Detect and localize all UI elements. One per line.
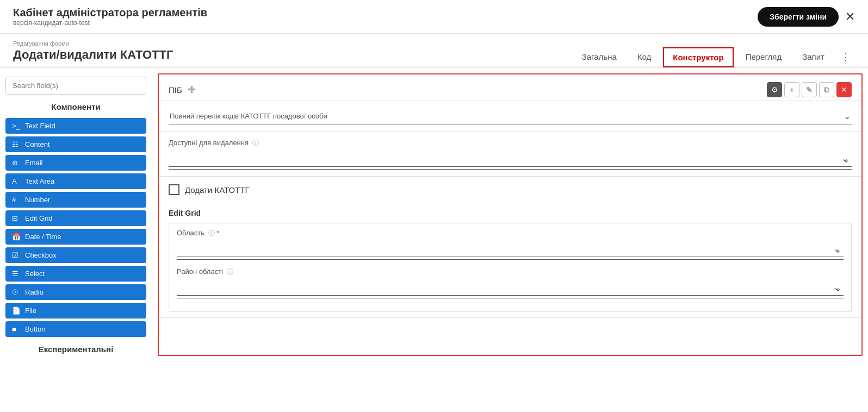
email-icon: ⊕: [12, 159, 21, 167]
component-number[interactable]: # Number: [5, 192, 146, 208]
full-list-section: Повний перелік кодів КАТОТТГ посадової о…: [159, 101, 861, 132]
oblast-field-label: Область ⓘ *: [177, 229, 844, 238]
oblast-required: *: [216, 229, 219, 237]
rayon-select-wrapper: ⌄: [177, 280, 844, 296]
select-label: Select: [25, 270, 45, 278]
full-list-field[interactable]: Повний перелік кодів КАТОТТГ посадової о…: [169, 108, 852, 125]
pib-actions: ⚙ + ✎ ⧉ ✕: [767, 82, 852, 97]
rayon-label-text: Район області: [177, 267, 223, 276]
select-icon: ☰: [12, 270, 21, 278]
form-edit-info: Редагування форми Додати/видалити КАТОТТ…: [13, 40, 173, 67]
add-katottg-row: Додати КАТОТТГ: [159, 177, 861, 203]
number-label: Number: [25, 196, 50, 204]
component-checkbox[interactable]: ☑ Checkbox: [5, 247, 146, 263]
search-input[interactable]: [5, 77, 146, 95]
full-list-label: Повний перелік кодів КАТОТТГ посадової о…: [170, 112, 327, 120]
rayon-field-label: Район області ⓘ: [177, 267, 844, 277]
move-icon[interactable]: ✚: [188, 84, 196, 96]
component-button[interactable]: ■ Button: [5, 321, 146, 337]
component-content[interactable]: ☷ Content: [5, 136, 146, 152]
date-time-icon: 📅: [12, 233, 21, 241]
rayon-underline: [177, 298, 844, 298]
available-delete-underline: [169, 169, 852, 170]
component-text-field[interactable]: >_ Text Field: [5, 118, 146, 134]
oblast-label-text: Область: [177, 229, 204, 237]
pib-settings-button[interactable]: ⚙: [767, 82, 782, 97]
text-area-label: Text Area: [25, 177, 54, 185]
pib-delete-button[interactable]: ✕: [836, 82, 852, 97]
component-file[interactable]: 📄 File: [5, 303, 146, 319]
available-delete-select-wrapper: ⌄: [169, 151, 852, 167]
text-area-icon: A: [12, 177, 21, 185]
close-button[interactable]: ✕: [845, 10, 855, 24]
file-label: File: [25, 307, 36, 315]
content-icon: ☷: [12, 140, 21, 148]
components-title: Компоненти: [5, 102, 146, 111]
component-email[interactable]: ⊕ Email: [5, 155, 146, 171]
edit-grid-title: Edit Grid: [169, 209, 852, 217]
component-radio[interactable]: ☉ Radio: [5, 284, 146, 300]
oblast-field-row: Область ⓘ * ⌄: [177, 229, 844, 260]
tab-constructor[interactable]: Конструктор: [663, 47, 733, 67]
app-info: Кабінет адміністратора регламентів версі…: [13, 7, 207, 27]
available-delete-section: Доступні для видалення ⓘ ⌄: [159, 132, 861, 177]
tab-preview[interactable]: Перегляд: [737, 48, 791, 67]
button-label: Button: [25, 325, 46, 333]
available-delete-select[interactable]: [169, 151, 852, 167]
edit-grid-label: Edit Grid: [25, 214, 53, 222]
main-content: Компоненти >_ Text Field ☷ Content ⊕ Ema…: [0, 68, 868, 372]
tab-general[interactable]: Загальна: [573, 48, 625, 67]
number-icon: #: [12, 196, 21, 204]
component-select[interactable]: ☰ Select: [5, 266, 146, 282]
rayon-info-icon: ⓘ: [227, 268, 233, 276]
tab-query[interactable]: Запит: [793, 48, 833, 67]
component-text-area[interactable]: A Text Area: [5, 173, 146, 189]
component-edit-grid[interactable]: ⊞ Edit Grid: [5, 210, 146, 226]
full-list-chevron: ⌄: [844, 111, 851, 121]
pib-text: ПІБ: [169, 85, 182, 95]
pib-label-group: ПІБ ✚: [169, 84, 196, 96]
radio-icon: ☉: [12, 288, 21, 296]
file-icon: 📄: [12, 307, 21, 315]
pib-row: ПІБ ✚ ⚙ + ✎ ⧉ ✕: [159, 74, 861, 101]
available-delete-label: Доступні для видалення ⓘ: [169, 139, 852, 148]
email-label: Email: [25, 159, 43, 167]
builder-inner: ПІБ ✚ ⚙ + ✎ ⧉ ✕ Повний перелік кодів КАТ…: [158, 73, 863, 356]
add-katottg-checkbox[interactable]: [169, 184, 179, 195]
radio-label: Radio: [25, 288, 44, 296]
oblast-select-wrapper: ⌄: [177, 241, 844, 257]
text-field-label: Text Field: [25, 122, 55, 130]
tab-more-button[interactable]: ⋮: [836, 47, 855, 67]
component-date-time[interactable]: 📅 Date / Time: [5, 229, 146, 245]
pib-copy-button[interactable]: ⧉: [819, 82, 834, 97]
date-time-label: Date / Time: [25, 233, 61, 241]
pib-add-button[interactable]: +: [784, 82, 799, 97]
available-delete-info-icon: ⓘ: [252, 139, 259, 147]
app-subtitle: версія-кандидат-auto-test: [13, 19, 207, 27]
tabs-row: Загальна Код Конструктор Перегляд Запит …: [573, 47, 855, 67]
edit-grid-icon: ⊞: [12, 214, 21, 222]
rayon-select[interactable]: [177, 280, 844, 296]
text-field-icon: >_: [12, 122, 21, 130]
pib-edit-button[interactable]: ✎: [802, 82, 817, 97]
save-button[interactable]: Зберегти зміни: [758, 7, 839, 27]
form-edit-label: Редагування форми: [13, 40, 173, 47]
oblast-underline: [177, 259, 844, 260]
app-title: Кабінет адміністратора регламентів: [13, 7, 207, 19]
add-katottg-label: Додати КАТОТТГ: [185, 185, 250, 195]
sidebar: Компоненти >_ Text Field ☷ Content ⊕ Ema…: [0, 68, 152, 372]
experimental-title: Експериментальні: [5, 345, 146, 354]
checkbox-icon: ☑: [12, 251, 21, 259]
button-icon: ■: [12, 325, 21, 333]
form-edit-header: Редагування форми Додати/видалити КАТОТТ…: [0, 34, 868, 68]
tab-code[interactable]: Код: [629, 48, 660, 67]
oblast-info-icon: ⓘ: [208, 229, 215, 237]
form-edit-title: Додати/видалити КАТОТТГ: [13, 48, 173, 62]
edit-grid-inner: Область ⓘ * ⌄: [169, 223, 852, 312]
builder-panel: ПІБ ✚ ⚙ + ✎ ⧉ ✕ Повний перелік кодів КАТ…: [152, 68, 868, 372]
oblast-select[interactable]: [177, 241, 844, 257]
checkbox-label-btn: Checkbox: [25, 251, 57, 259]
edit-grid-section: Edit Grid Область ⓘ * ⌄: [159, 203, 861, 318]
content-label: Content: [25, 140, 50, 148]
top-header: Кабінет адміністратора регламентів версі…: [0, 0, 868, 34]
